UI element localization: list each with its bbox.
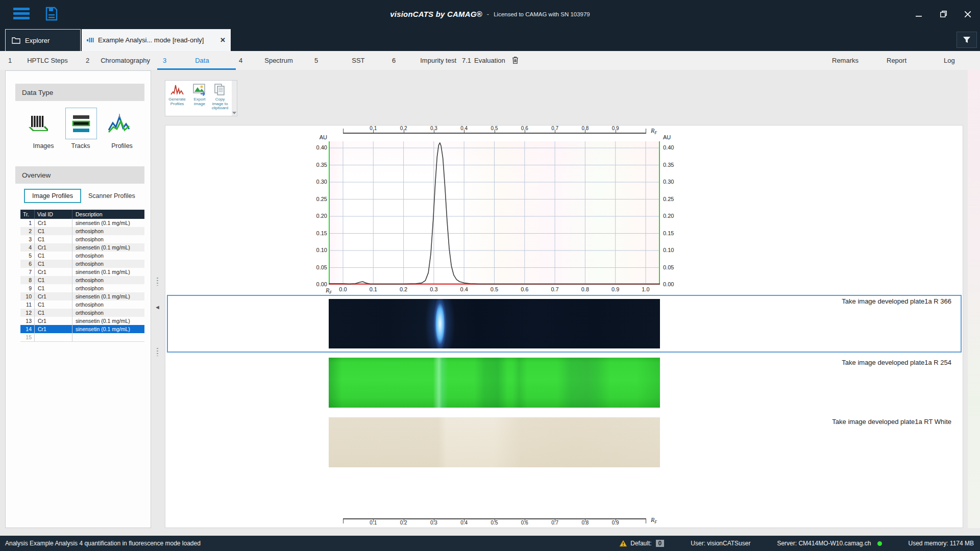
table-row[interactable]: 12C1orthosiphon — [20, 309, 144, 317]
step-data[interactable]: 3Data — [163, 51, 209, 70]
data-type-images-button[interactable] — [25, 110, 52, 136]
save-icon[interactable] — [45, 7, 58, 23]
server-online-icon — [877, 541, 882, 546]
axis-tick-label: 0.8 — [577, 286, 593, 292]
generate-profiles-button[interactable]: Generate Profiles — [166, 83, 188, 115]
step-bar: 1HPTLC Steps 2Chromatography 3Data 4Spec… — [0, 51, 980, 70]
step-report[interactable]: Report — [887, 51, 906, 70]
splitter-grip[interactable] — [157, 348, 158, 356]
step-evaluation[interactable]: 7.1Evaluation — [462, 51, 505, 70]
table-row[interactable]: 7Cr1sinensetin (0.1 mg/mL) — [20, 268, 144, 276]
profiles-label: Profiles — [102, 142, 142, 149]
folder-icon — [12, 37, 20, 44]
axis-tick-label: 0.40 — [663, 144, 694, 151]
axis-tick-label: 0.20 — [293, 213, 327, 219]
data-type-header: Data Type — [15, 84, 144, 101]
titlebar: visionCATS by CAMAG® - Licensed to CAMAG… — [0, 0, 980, 28]
table-header: Tr.Vial IDDescription — [20, 210, 144, 219]
axis-tick-label: 0.5 — [487, 286, 502, 292]
export-image-icon — [192, 83, 207, 96]
table-row[interactable]: 14Cr1sinensetin (0.1 mg/mL) — [20, 325, 144, 333]
export-image-button[interactable]: Export image — [189, 83, 210, 115]
app-title: visionCATS by CAMAG® - Licensed to CAMAG… — [390, 0, 590, 28]
table-row[interactable]: 4Cr1sinensetin (0.1 mg/mL) — [20, 243, 144, 252]
collapse-panel-icon[interactable]: ◄ — [155, 304, 161, 311]
ruler-tick-label: 0.3 — [426, 520, 442, 525]
axis-tick-label: 0.00 — [293, 281, 327, 287]
table-row[interactable]: 13Cr1sinensetin (0.1 mg/mL) — [20, 317, 144, 325]
ruler-tick-label: 0.3 — [426, 126, 442, 131]
table-row[interactable]: 9C1orthosiphon — [20, 284, 144, 292]
table-row[interactable]: 6C1orthosiphon — [20, 260, 144, 268]
filter-icon[interactable] — [957, 32, 977, 48]
axis-tick-label: 0.00 — [663, 281, 694, 287]
license-text: Licensed to CAMAG with SN 103979 — [494, 11, 590, 17]
trash-icon[interactable] — [512, 56, 519, 66]
tab-document[interactable]: Example Analysi... mode [read-only] ✕ — [82, 29, 231, 51]
ruler-tick-label: 0.5 — [487, 126, 502, 131]
profiles-toolbar: Generate Profiles Export image Copy imag… — [165, 80, 237, 116]
copy-image-button[interactable]: Copy image to clipboard — [209, 83, 231, 115]
tab-strip: Explorer Example Analysi... mode [read-o… — [0, 28, 980, 51]
ruler-tick-label: 0.6 — [517, 126, 532, 131]
tab-image-profiles[interactable]: Image Profiles — [24, 189, 81, 203]
profile-peaks-icon — [170, 83, 184, 96]
splitter-grip[interactable] — [157, 278, 158, 286]
axis-tick-label: 0.7 — [547, 286, 562, 292]
strip-image-r366[interactable] — [329, 299, 660, 348]
toolbar-scrollbar[interactable] — [232, 81, 237, 116]
tab-explorer[interactable]: Explorer — [5, 29, 81, 51]
overview-header: Overview — [15, 166, 144, 184]
ruler-tick-label: 0.4 — [456, 126, 472, 131]
hamburger-menu-icon[interactable] — [13, 8, 30, 20]
axis-tick-label: 0.10 — [293, 247, 327, 253]
strip-image-r254[interactable] — [329, 358, 660, 408]
warning-icon — [619, 540, 627, 547]
axis-tick-label: 0.05 — [663, 264, 694, 270]
data-type-tracks-button[interactable] — [65, 108, 97, 139]
restore-button[interactable] — [931, 0, 955, 28]
step-hptlc-steps[interactable]: 1HPTLC Steps — [8, 51, 68, 70]
axis-tick-label: 0.3 — [426, 286, 442, 292]
step-remarks[interactable]: Remarks — [832, 51, 859, 70]
close-button[interactable] — [955, 0, 980, 28]
axis-tick-label: 0.4 — [456, 286, 472, 292]
axis-tick-label: 0.05 — [293, 264, 327, 270]
step-log[interactable]: Log — [944, 51, 955, 70]
close-tab-icon[interactable]: ✕ — [220, 36, 226, 44]
table-row[interactable]: 3C1orthosiphon — [20, 235, 144, 243]
table-row[interactable]: 1Cr1sinensetin (0.1 mg/mL) — [20, 219, 144, 227]
profile-plot[interactable] — [329, 141, 660, 285]
step-chromatography[interactable]: 2Chromatography — [86, 51, 150, 70]
analysis-icon — [87, 37, 94, 43]
step-impurity-test[interactable]: 6Impurity test — [392, 51, 456, 70]
table-row[interactable]: 11C1orthosiphon — [20, 300, 144, 309]
axis-tick-label: 0.15 — [293, 230, 327, 236]
table-row[interactable]: 5C1orthosiphon — [20, 252, 144, 260]
axis-tick-label: 0.15 — [663, 230, 694, 236]
axis-tick-label: 0.25 — [293, 196, 327, 202]
minimize-button[interactable] — [906, 0, 931, 28]
step-spectrum[interactable]: 4Spectrum — [239, 51, 293, 70]
rf-ruler-top: 0.10.20.30.40.50.60.70.80.9RF — [343, 126, 662, 138]
table-row[interactable]: 8C1orthosiphon — [20, 276, 144, 284]
step-sst[interactable]: 5SST — [314, 51, 365, 70]
axis-tick-label: 0.10 — [663, 247, 694, 253]
table-row[interactable]: 10Cr1sinensetin (0.1 mg/mL) — [20, 292, 144, 300]
ruler-tick-label: 0.8 — [577, 520, 593, 525]
brand-text: visionCATS by CAMAG® — [390, 10, 482, 18]
ruler-tick-label: 0.7 — [547, 520, 562, 525]
strip-image-rt-white[interactable] — [329, 417, 660, 467]
tracks-label: Tracks — [60, 142, 101, 149]
axis-tick-label: 0.2 — [396, 286, 411, 292]
status-default-counter[interactable]: Default:0 — [619, 540, 664, 547]
main-panel: 0.000.000.050.050.100.100.150.150.200.20… — [165, 125, 963, 528]
table-row[interactable]: 2C1orthosiphon — [20, 227, 144, 235]
table-row[interactable]: 15 — [20, 333, 144, 342]
tab-scanner-profiles[interactable]: Scanner Profiles — [88, 190, 135, 202]
axis-tick-label: 0.30 — [663, 179, 694, 185]
status-user: User: visionCATSuser — [691, 540, 750, 547]
data-type-profiles-button[interactable] — [106, 110, 132, 136]
axis-tick-label: 0.9 — [608, 286, 623, 292]
default-count-badge: 0 — [656, 540, 665, 547]
